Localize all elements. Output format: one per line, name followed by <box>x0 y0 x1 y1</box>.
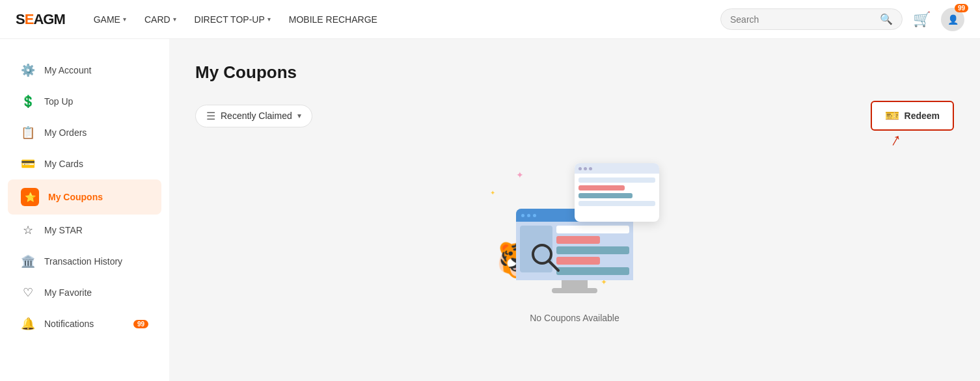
topup-icon: 💲 <box>21 94 35 109</box>
nav-label-mobile-recharge: MOBILE RECHARGE <box>289 14 377 25</box>
user-avatar-button[interactable]: 👤 99 <box>941 8 964 31</box>
orders-icon: 📋 <box>21 125 35 140</box>
nav-item-mobile-recharge[interactable]: MOBILE RECHARGE <box>281 9 385 30</box>
search-box[interactable]: 🔍 <box>720 8 903 30</box>
nav-menu: GAME ▾ CARD ▾ DIRECT TOP-UP ▾ MOBILE REC… <box>86 9 720 30</box>
history-icon: 🏛️ <box>21 254 35 269</box>
nav-item-direct-topup[interactable]: DIRECT TOP-UP ▾ <box>187 9 279 30</box>
sidebar-item-my-orders[interactable]: 📋 My Orders <box>0 117 169 148</box>
sidebar-label-my-cards: My Cards <box>44 159 83 169</box>
redeem-label: Redeem <box>905 111 940 121</box>
filter-row: ☰ Recently Claimed ▾ 🎫 Redeem ↑ <box>195 101 954 131</box>
gift-icon: 🎫 <box>885 109 899 123</box>
search-icon[interactable]: 🔍 <box>880 13 893 25</box>
favorite-icon: ♡ <box>21 285 35 300</box>
empty-state-text: No Coupons Available <box>530 313 619 323</box>
sidebar-item-my-favorite[interactable]: ♡ My Favorite <box>0 277 169 308</box>
arrow-icon: ↑ <box>886 129 905 151</box>
sidebar-item-top-up[interactable]: 💲 Top Up <box>0 86 169 117</box>
sidebar-label-transaction-history: Transaction History <box>44 256 122 267</box>
sidebar: ⚙️ My Account 💲 Top Up 📋 My Orders 💳 My … <box>0 39 169 381</box>
chevron-down-icon: ▾ <box>267 16 271 23</box>
page-title: My Coupons <box>195 62 954 83</box>
chevron-down-icon: ▾ <box>123 16 126 23</box>
main-content: My Coupons ☰ Recently Claimed ▾ 🎫 Redeem… <box>169 39 980 381</box>
notifications-badge: 99 <box>133 320 148 328</box>
coupons-icon: ⭐ <box>21 188 39 206</box>
browser-card-illustration <box>575 163 659 222</box>
sidebar-label-my-orders: My Orders <box>44 127 87 138</box>
sidebar-label-my-account: My Account <box>44 65 91 75</box>
redeem-button[interactable]: 🎫 Redeem ↑ <box>871 101 954 131</box>
layout: ⚙️ My Account 💲 Top Up 📋 My Orders 💳 My … <box>0 39 980 381</box>
nav-label-card: CARD <box>144 14 170 25</box>
sidebar-item-my-star[interactable]: ☆ My STAR <box>0 215 169 246</box>
cart-icon[interactable]: 🛒 <box>913 11 931 28</box>
logo[interactable]: SEAGM <box>16 11 65 28</box>
header-right: 🔍 🛒 👤 99 <box>720 8 964 31</box>
nav-label-direct-topup: DIRECT TOP-UP <box>195 14 265 25</box>
search-input[interactable] <box>730 14 880 25</box>
user-icon: 👤 <box>947 14 959 25</box>
sidebar-label-my-coupons: My Coupons <box>48 192 103 202</box>
chevron-down-icon: ▾ <box>173 16 176 23</box>
svg-line-1 <box>549 261 558 270</box>
filter-icon: ☰ <box>206 110 215 122</box>
sidebar-label-my-favorite: My Favorite <box>44 287 92 298</box>
sparkle-icon: ✦ <box>490 189 495 196</box>
nav-item-game[interactable]: GAME ▾ <box>86 9 134 30</box>
header: SEAGM GAME ▾ CARD ▾ DIRECT TOP-UP ▾ MOBI… <box>0 0 980 39</box>
sidebar-item-my-account[interactable]: ⚙️ My Account <box>0 55 169 86</box>
sidebar-label-my-star: My STAR <box>44 225 83 235</box>
nav-item-card[interactable]: CARD ▾ <box>137 9 184 30</box>
filter-label: Recently Claimed <box>221 111 292 121</box>
sidebar-item-my-coupons[interactable]: ⭐ My Coupons <box>8 179 161 215</box>
empty-illustration: ✦ ✦ ✦ ✦ ✦ 🐯 <box>477 157 672 300</box>
cards-icon: 💳 <box>21 157 35 171</box>
filter-dropdown[interactable]: ☰ Recently Claimed ▾ <box>195 105 312 127</box>
chevron-down-icon: ▾ <box>297 111 301 120</box>
sidebar-label-notifications: Notifications <box>44 319 94 329</box>
sidebar-item-notifications[interactable]: 🔔 Notifications 99 <box>0 308 169 339</box>
avatar-badge: 99 <box>955 4 968 12</box>
sidebar-label-top-up: Top Up <box>44 96 73 107</box>
gear-icon: ⚙️ <box>21 63 35 77</box>
sidebar-item-my-cards[interactable]: 💳 My Cards <box>0 148 169 179</box>
empty-state: ✦ ✦ ✦ ✦ ✦ 🐯 <box>195 157 954 323</box>
bell-icon: 🔔 <box>21 317 35 331</box>
sidebar-item-transaction-history[interactable]: 🏛️ Transaction History <box>0 246 169 277</box>
sparkle-icon: ✦ <box>516 170 524 180</box>
magnifier-illustration <box>529 241 562 274</box>
star-icon: ☆ <box>21 223 35 237</box>
nav-label-game: GAME <box>94 14 120 25</box>
